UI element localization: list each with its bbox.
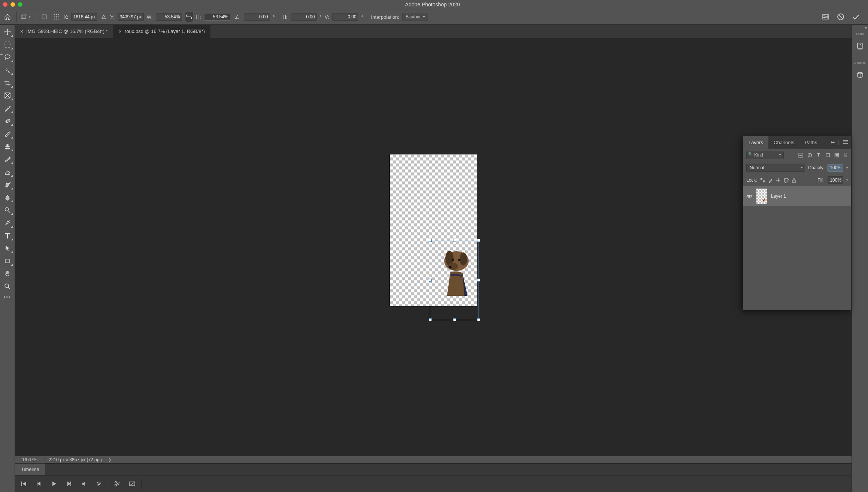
filter-adjustment-icon[interactable] <box>807 152 812 158</box>
layer-name[interactable]: Layer 1 <box>771 194 786 199</box>
w-value[interactable]: 53.54% <box>156 13 182 21</box>
panel-menu-icon[interactable] <box>843 140 848 145</box>
commit-transform-icon[interactable] <box>852 13 860 21</box>
transform-handle-e[interactable] <box>477 279 480 282</box>
learn-panel-icon[interactable] <box>854 38 867 54</box>
shape-tool-icon[interactable] <box>1 255 14 267</box>
doc-info-more-icon[interactable]: ❯ <box>106 457 114 462</box>
layers-panel[interactable]: Layers Channels Paths ▸▸ | Kind T <box>743 136 852 310</box>
stamp-tool-icon[interactable] <box>1 141 14 152</box>
window-controls[interactable] <box>3 2 22 7</box>
link-wh-icon[interactable] <box>185 12 193 22</box>
prev-frame-icon[interactable] <box>31 477 46 491</box>
blend-mode-dropdown[interactable]: Normal <box>746 164 805 172</box>
close-tab-icon[interactable]: × <box>119 28 122 34</box>
visibility-toggle-icon[interactable] <box>746 194 752 198</box>
opacity-value[interactable]: 100% <box>828 164 843 171</box>
layer-row[interactable]: 🐕 Layer 1 <box>743 186 851 206</box>
play-icon[interactable] <box>46 477 61 491</box>
options-bar: ▾ X: 1618.44 px Y: 3409.97 px W: 53.54% … <box>0 9 868 25</box>
tab-paths[interactable]: Paths <box>799 136 822 149</box>
svg-point-9 <box>54 19 55 20</box>
close-tab-icon[interactable]: × <box>20 28 23 34</box>
hand-tool-icon[interactable] <box>1 268 14 279</box>
transform-preset-icon[interactable]: ▾ <box>21 12 31 22</box>
svg-point-24 <box>5 284 9 288</box>
x-value[interactable]: 1618.44 px <box>71 13 97 21</box>
tab-layers[interactable]: Layers <box>743 136 768 149</box>
pen-tool-icon[interactable] <box>1 217 14 228</box>
collapse-dock-icon[interactable]: ◂◂ <box>864 25 867 30</box>
quick-select-tool-icon[interactable] <box>1 64 14 76</box>
h-value[interactable]: 53.54% <box>204 13 230 21</box>
canvas-document[interactable] <box>390 154 477 306</box>
interpolation-dropdown[interactable]: Bicubic <box>402 13 428 21</box>
history-brush-tool-icon[interactable] <box>1 154 14 165</box>
eyedropper-tool-icon[interactable] <box>1 103 14 114</box>
hskew-value[interactable]: 0.00 <box>291 13 317 21</box>
minimize-window-icon[interactable] <box>10 2 15 7</box>
layer-thumbnail[interactable]: 🐕 <box>756 188 767 204</box>
healing-tool-icon[interactable] <box>1 115 14 127</box>
libraries-panel-icon[interactable] <box>854 67 867 83</box>
canvas[interactable] <box>15 38 852 456</box>
split-clip-icon[interactable] <box>110 477 125 491</box>
lock-all-icon[interactable] <box>792 178 796 183</box>
lock-artboard-icon[interactable] <box>784 178 789 183</box>
close-window-icon[interactable] <box>3 2 7 7</box>
crop-tool-icon[interactable] <box>1 77 14 88</box>
brush-tool-icon[interactable] <box>1 128 14 139</box>
filter-pixel-icon[interactable] <box>798 152 803 158</box>
filter-smart-icon[interactable] <box>834 152 839 158</box>
layer-filter-dropdown[interactable]: Kind <box>746 151 784 159</box>
warp-mode-icon[interactable] <box>822 13 830 21</box>
zoom-window-icon[interactable] <box>18 2 22 7</box>
document-tab[interactable]: × roux.psd @ 16.7% (Layer 1, RGB/8*) <box>113 25 210 38</box>
filter-toggle-icon[interactable] <box>843 152 848 158</box>
eraser-tool-icon[interactable] <box>1 166 14 177</box>
mute-icon[interactable] <box>76 477 91 491</box>
transform-handle-se[interactable] <box>477 318 480 321</box>
zoom-tool-icon[interactable] <box>1 281 14 292</box>
marquee-tool-icon[interactable] <box>1 39 14 50</box>
y-value[interactable]: 3409.97 px <box>118 13 144 21</box>
lasso-tool-icon[interactable] <box>1 52 14 63</box>
type-tool-icon[interactable] <box>1 230 14 241</box>
document-tab[interactable]: × IMG_5928.HEIC @ 16.7% (RGB/8*) * <box>15 25 113 38</box>
lock-transparent-icon[interactable] <box>760 178 765 183</box>
opacity-stepper-icon[interactable]: ▾ <box>846 166 848 170</box>
cancel-transform-icon[interactable] <box>837 13 845 21</box>
layers-filter-row: Kind T <box>743 149 851 161</box>
angle-value[interactable]: 0.00 <box>244 13 270 21</box>
next-frame-icon[interactable] <box>61 477 76 491</box>
lock-position-icon[interactable] <box>776 178 781 183</box>
fill-stepper-icon[interactable]: ▾ <box>846 178 848 182</box>
transform-handle-ne[interactable] <box>477 239 480 242</box>
transition-icon[interactable] <box>125 477 140 491</box>
document-info[interactable]: 2210 px x 3857 px (72 ppi) <box>45 457 106 462</box>
vskew-value[interactable]: 0.00 <box>332 13 358 21</box>
tab-channels[interactable]: Channels <box>768 136 799 149</box>
dodge-tool-icon[interactable] <box>1 204 14 216</box>
delta-toggle-icon[interactable] <box>100 12 107 22</box>
frame-tool-icon[interactable] <box>1 90 14 101</box>
first-frame-icon[interactable] <box>16 477 31 491</box>
fill-value[interactable]: 100% <box>828 176 843 184</box>
filter-type-icon[interactable]: T <box>816 152 821 158</box>
transform-handle-sw[interactable] <box>429 318 432 321</box>
home-button[interactable] <box>2 12 13 22</box>
transform-handle-s[interactable] <box>453 318 456 321</box>
reference-point-grid[interactable] <box>52 12 61 22</box>
lock-pixels-icon[interactable] <box>768 178 773 183</box>
path-select-tool-icon[interactable] <box>1 243 14 254</box>
collapse-panel-icon[interactable]: ▸▸ <box>831 140 834 145</box>
gradient-tool-icon[interactable] <box>1 179 14 190</box>
move-tool-icon[interactable] <box>1 26 14 37</box>
filter-shape-icon[interactable] <box>825 152 830 158</box>
blur-tool-icon[interactable] <box>1 192 14 203</box>
reference-point-toggle[interactable] <box>39 12 49 22</box>
zoom-level[interactable]: 16.67% <box>15 457 45 462</box>
more-tools-icon[interactable]: ••• <box>1 294 14 301</box>
timeline-settings-icon[interactable] <box>91 477 106 491</box>
timeline-tab[interactable]: Timeline <box>15 464 45 475</box>
